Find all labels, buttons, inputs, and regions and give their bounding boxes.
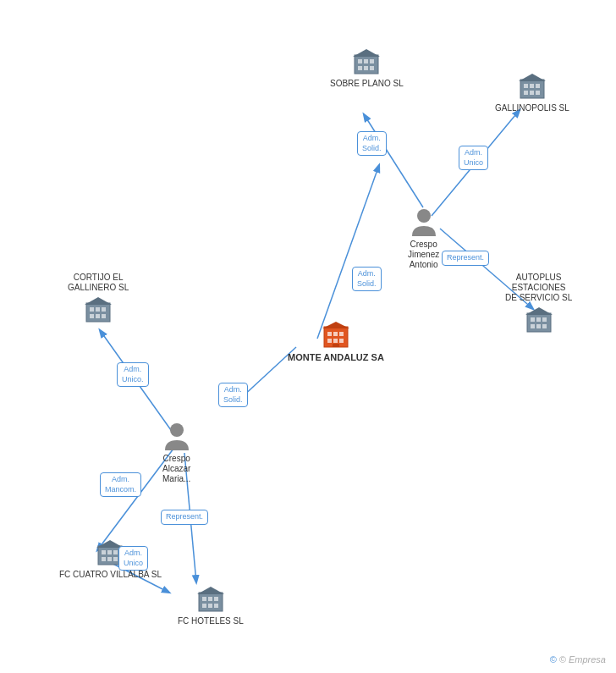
badge-represent-2[interactable]: Represent.	[161, 510, 208, 525]
building-icon-fc-hoteles	[195, 584, 226, 615]
svg-rect-46	[531, 324, 535, 328]
svg-rect-39	[96, 314, 100, 318]
building-icon-gallinopolis	[517, 71, 547, 102]
svg-rect-35	[90, 307, 94, 312]
node-gallinopolis[interactable]: GALLINOPOLIS SL	[495, 71, 569, 113]
watermark-label: © Empresa	[559, 654, 606, 665]
svg-rect-38	[90, 314, 94, 318]
svg-rect-52	[107, 550, 112, 554]
svg-point-67	[170, 423, 184, 437]
badge-represent-2-label: Represent.	[166, 512, 203, 521]
svg-rect-55	[107, 557, 112, 561]
svg-rect-58	[199, 593, 223, 611]
node-crespo-jimenez[interactable]: CrespoJimenezAntonio	[408, 207, 439, 270]
badge-adm-unico-2-label: Adm.Unico.	[122, 365, 144, 383]
svg-rect-45	[542, 317, 547, 322]
svg-rect-40	[102, 314, 106, 318]
svg-rect-30	[524, 91, 528, 95]
watermark-copy-symbol: ©	[550, 654, 557, 665]
person-icon-crespo-alcazar	[163, 422, 190, 452]
svg-marker-41	[85, 297, 112, 305]
badge-adm-unico-3-label: Adm.Unico	[124, 549, 143, 567]
svg-rect-31	[530, 91, 534, 95]
badge-adm-solid-1[interactable]: Adm.Solid.	[357, 131, 387, 156]
svg-rect-64	[214, 604, 218, 608]
node-autoplus[interactable]: AUTOPLUSESTACIONESDE SERVICIO SL	[505, 271, 572, 335]
badge-adm-solid-3[interactable]: Adm.Solid.	[218, 383, 248, 407]
badge-represent-1-label: Represent.	[447, 253, 484, 262]
badge-adm-unico-1[interactable]: Adm.Unico	[459, 146, 488, 170]
building-icon-autoplus	[524, 305, 554, 335]
badge-represent-1[interactable]: Represent.	[442, 251, 489, 266]
svg-rect-43	[531, 317, 535, 322]
node-sobre-plano[interactable]: SOBRE PLANO SL	[330, 47, 404, 89]
svg-rect-20	[364, 59, 368, 63]
building-icon-cortijo	[83, 295, 113, 325]
svg-rect-29	[536, 84, 540, 88]
svg-rect-22	[358, 66, 362, 70]
svg-rect-28	[530, 84, 534, 88]
badge-adm-solid-1-label: Adm.Solid.	[362, 134, 382, 152]
svg-rect-11	[333, 332, 338, 336]
svg-rect-42	[527, 313, 551, 332]
badge-adm-solid-2[interactable]: Adm.Solid.	[352, 267, 382, 291]
building-orange-icon	[321, 320, 351, 350]
svg-marker-65	[197, 587, 224, 594]
badge-adm-solid-2-label: Adm.Solid.	[357, 269, 377, 288]
svg-rect-37	[102, 307, 106, 312]
person-icon-crespo-jimenez	[410, 207, 437, 238]
node-gallinopolis-label: GALLINOPOLIS SL	[495, 103, 569, 113]
svg-line-2	[364, 114, 423, 207]
svg-rect-62	[202, 604, 206, 608]
badge-adm-unico-3[interactable]: Adm.Unico	[118, 546, 148, 571]
svg-marker-17	[322, 322, 349, 328]
svg-rect-44	[536, 317, 541, 322]
diagram-canvas: MONTE ANDALUZ SA SOBRE PLANO SL GALLINOP	[0, 0, 616, 673]
svg-rect-34	[86, 303, 110, 322]
node-cortijo-gallinero[interactable]: CORTIJO ELGALLINERO SL	[68, 271, 129, 325]
svg-rect-27	[524, 84, 528, 88]
badge-adm-solid-3-label: Adm.Solid.	[223, 385, 243, 404]
svg-rect-63	[208, 604, 212, 608]
svg-marker-25	[353, 49, 380, 57]
node-fc-cuatro-label: FC CUATRO VILLALBA SL	[59, 570, 162, 580]
svg-rect-48	[542, 324, 547, 328]
node-monte-andaluz[interactable]: MONTE ANDALUZ SA	[288, 320, 384, 363]
svg-rect-13	[327, 339, 332, 343]
svg-rect-32	[536, 91, 540, 95]
svg-rect-56	[113, 557, 118, 561]
svg-rect-36	[96, 307, 100, 312]
node-crespo-alcazar-label: CrespoAlcazarMaria...	[162, 454, 190, 484]
svg-rect-60	[208, 597, 212, 601]
badge-adm-unico-1-label: Adm.Unico	[464, 148, 483, 167]
svg-rect-10	[327, 332, 332, 336]
svg-rect-61	[214, 597, 218, 601]
node-autoplus-label-top: AUTOPLUSESTACIONESDE SERVICIO SL	[505, 273, 572, 303]
node-cortijo-label-top: CORTIJO ELGALLINERO SL	[68, 273, 129, 293]
svg-marker-33	[519, 74, 546, 81]
node-fc-hoteles[interactable]: FC HOTELES SL	[178, 584, 244, 626]
svg-rect-14	[333, 339, 338, 343]
svg-rect-12	[339, 332, 344, 336]
svg-rect-54	[102, 557, 106, 561]
svg-rect-47	[536, 324, 541, 328]
node-fc-hoteles-label: FC HOTELES SL	[178, 616, 244, 626]
svg-rect-24	[370, 66, 374, 70]
svg-marker-49	[525, 307, 553, 315]
badge-adm-mancom-label: Adm.Mancom.	[105, 475, 136, 494]
node-crespo-jimenez-label: CrespoJimenezAntonio	[408, 240, 439, 270]
svg-rect-53	[113, 550, 118, 554]
node-crespo-alcazar[interactable]: CrespoAlcazarMaria...	[162, 422, 190, 484]
svg-rect-18	[355, 55, 378, 74]
svg-line-0	[317, 165, 379, 339]
svg-rect-51	[102, 550, 106, 554]
svg-rect-26	[520, 80, 544, 98]
svg-rect-21	[370, 59, 374, 63]
svg-point-66	[417, 209, 431, 223]
svg-rect-23	[364, 66, 368, 70]
building-icon-sobre-plano	[351, 47, 382, 77]
svg-rect-16	[333, 344, 339, 347]
badge-adm-mancom[interactable]: Adm.Mancom.	[100, 472, 141, 497]
badge-adm-unico-2[interactable]: Adm.Unico.	[117, 362, 149, 387]
svg-rect-15	[339, 339, 344, 343]
